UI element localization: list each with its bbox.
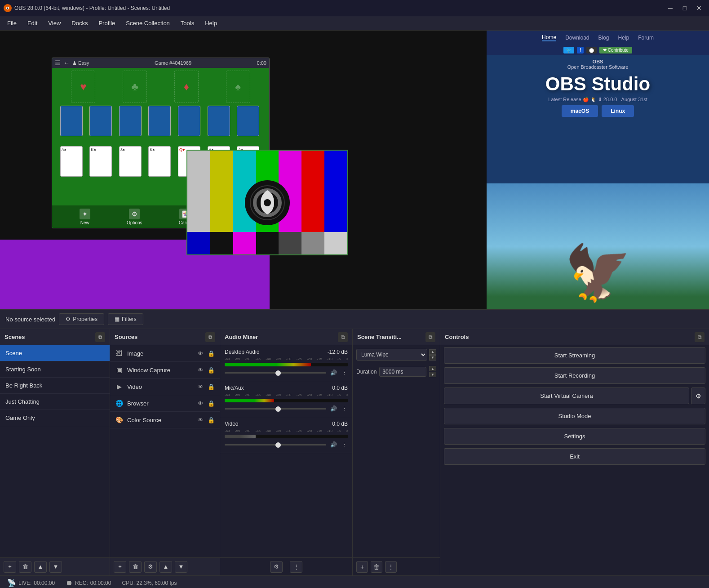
exit-button[interactable]: Exit: [444, 448, 705, 465]
start-recording-button[interactable]: Start Recording: [444, 367, 705, 384]
start-virtual-camera-button[interactable]: Start Virtual Camera: [444, 388, 689, 404]
scene-item-game-only[interactable]: Game Only: [0, 410, 110, 426]
scene-item-be-right-back[interactable]: Be Right Back: [0, 378, 110, 394]
menu-scene-collection[interactable]: Scene Collection: [120, 18, 175, 28]
mic-audio-controls: 🔊 ⋮: [225, 404, 348, 413]
image-eye-btn[interactable]: 👁: [196, 349, 204, 357]
controls-panel: Controls ⧉ Start Streaming Start Recordi…: [440, 329, 709, 575]
obs-download-linux[interactable]: Linux: [602, 105, 634, 117]
menu-tools[interactable]: Tools: [175, 18, 199, 28]
sources-remove-btn[interactable]: 🗑: [129, 561, 142, 573]
virtual-camera-settings-btn[interactable]: ⚙: [691, 388, 705, 404]
sol-new-btn[interactable]: ✦ New: [80, 209, 90, 225]
audio-settings-btn[interactable]: ⚙: [270, 561, 283, 573]
color-source-lock-btn[interactable]: 🔒: [207, 416, 215, 424]
sources-settings-btn[interactable]: ⚙: [144, 561, 157, 573]
preview-area: ☰ ← ♟ Easy Game #4041969 0:00 ♥ ♣ ♦ ♠ A♠: [0, 31, 709, 309]
start-streaming-button[interactable]: Start Streaming: [444, 347, 705, 364]
source-item-browser[interactable]: 🌐 Browser 👁 🔒: [110, 395, 220, 412]
sources-move-down-btn[interactable]: ▼: [175, 561, 187, 573]
desktop-audio-mute-btn[interactable]: 🔊: [329, 368, 338, 377]
audio-undock-btn[interactable]: ⧉: [338, 332, 348, 342]
live-status: 📡 LIVE: 00:00:00: [7, 579, 55, 587]
mic-audio-slider[interactable]: [225, 408, 326, 410]
mic-audio-db: 0.0 dB: [332, 385, 348, 391]
obs-nav-download[interactable]: Download: [565, 35, 589, 41]
transition-up-btn[interactable]: ▲: [429, 349, 436, 355]
source-item-color-source[interactable]: 🎨 Color Source 👁 🔒: [110, 412, 220, 428]
transition-select[interactable]: Luma Wipe Cut Fade Fade to Color Swipe S…: [356, 349, 427, 361]
video-audio-slider[interactable]: [225, 444, 326, 445]
minimize-button[interactable]: ─: [664, 2, 677, 14]
menu-file[interactable]: File: [2, 18, 22, 28]
desktop-audio-slider[interactable]: [225, 372, 326, 374]
transition-menu-btn[interactable]: ⋮: [385, 561, 397, 573]
menu-docks[interactable]: Docks: [66, 18, 93, 28]
scenes-undock-btn[interactable]: ⧉: [95, 332, 105, 342]
scenes-remove-btn[interactable]: 🗑: [19, 561, 31, 573]
sources-list: 🖼 Image 👁 🔒 ▣ Window Capture 👁 🔒 ▶ Video: [110, 345, 220, 428]
rec-label: REC:: [75, 580, 88, 586]
scenes-add-btn[interactable]: +: [4, 561, 16, 573]
duration-up-btn[interactable]: ▲: [429, 366, 436, 371]
audio-menu-btn[interactable]: ⋮: [290, 561, 302, 573]
browser-lock-btn[interactable]: 🔒: [207, 399, 215, 407]
maximize-button[interactable]: □: [678, 2, 691, 14]
transition-add-btn[interactable]: +: [356, 561, 368, 573]
sources-undock-btn[interactable]: ⧉: [205, 332, 215, 342]
video-eye-btn[interactable]: 👁: [196, 383, 204, 391]
color-source-eye-btn[interactable]: 👁: [196, 416, 204, 424]
video-audio-menu-btn[interactable]: ⋮: [341, 441, 348, 448]
menu-view[interactable]: View: [43, 18, 66, 28]
transition-select-row: Luma Wipe Cut Fade Fade to Color Swipe S…: [353, 345, 440, 364]
source-item-window-capture[interactable]: ▣ Window Capture 👁 🔒: [110, 362, 220, 379]
cpu-status: CPU: 22.3%, 60.00 fps: [122, 580, 177, 586]
window-capture-eye-btn[interactable]: 👁: [196, 366, 204, 374]
controls-undock-btn[interactable]: ⧉: [695, 332, 705, 342]
sol-options-btn[interactable]: ⚙ Options: [127, 209, 142, 225]
transitions-undock-btn[interactable]: ⧉: [425, 332, 435, 342]
sources-move-up-btn[interactable]: ▲: [160, 561, 172, 573]
bird-area: 🦅: [487, 183, 709, 309]
video-audio-mute-btn[interactable]: 🔊: [329, 440, 338, 449]
color-source-icon: 🎨: [115, 415, 124, 424]
transition-remove-btn[interactable]: 🗑: [371, 561, 382, 573]
close-button[interactable]: ✕: [693, 2, 705, 14]
desktop-audio-controls: 🔊 ⋮: [225, 368, 348, 377]
obs-download-macos[interactable]: macOS: [562, 105, 598, 117]
scenes-move-up-btn[interactable]: ▲: [34, 561, 47, 573]
desktop-audio-menu-btn[interactable]: ⋮: [341, 369, 348, 376]
duration-down-btn[interactable]: ▼: [429, 372, 436, 377]
mic-audio-mute-btn[interactable]: 🔊: [329, 404, 338, 413]
obs-nav-home[interactable]: Home: [542, 34, 556, 41]
studio-mode-button[interactable]: Studio Mode: [444, 408, 705, 424]
menu-help[interactable]: Help: [199, 18, 222, 28]
scene-item-scene[interactable]: Scene: [0, 345, 110, 361]
mic-audio-menu-btn[interactable]: ⋮: [341, 405, 348, 412]
source-item-video[interactable]: ▶ Video 👁 🔒: [110, 379, 220, 395]
source-item-image[interactable]: 🖼 Image 👁 🔒: [110, 345, 220, 362]
menu-profile[interactable]: Profile: [93, 18, 120, 28]
menu-edit[interactable]: Edit: [22, 18, 43, 28]
settings-button[interactable]: Settings: [444, 428, 705, 445]
scenes-move-down-btn[interactable]: ▼: [49, 561, 62, 573]
obs-download-buttons: macOS Linux: [487, 105, 709, 117]
transition-down-btn[interactable]: ▼: [429, 355, 436, 361]
window-capture-lock-btn[interactable]: 🔒: [207, 366, 215, 374]
scene-item-starting-soon[interactable]: Starting Soon: [0, 361, 110, 378]
filters-button[interactable]: ▦ Filters: [108, 313, 143, 325]
obs-release-info: Latest Release 🍎 🐧 ⬇ 28.0.0 - August 31s…: [487, 97, 709, 102]
scene-item-just-chatting[interactable]: Just Chatting: [0, 394, 110, 410]
live-label: LIVE:: [18, 580, 31, 586]
obs-nav-forum[interactable]: Forum: [638, 35, 654, 41]
obs-nav-blog[interactable]: Blog: [598, 35, 609, 41]
rec-time: 00:00:00: [90, 580, 111, 586]
properties-button[interactable]: ⚙ Properties: [59, 313, 104, 325]
image-lock-btn[interactable]: 🔒: [207, 349, 215, 357]
sources-add-btn[interactable]: +: [114, 561, 126, 573]
scenes-list: Scene Starting Soon Be Right Back Just C…: [0, 345, 110, 426]
obs-logo-area: OBS Studio: [487, 73, 709, 95]
browser-eye-btn[interactable]: 👁: [196, 399, 204, 407]
video-lock-btn[interactable]: 🔒: [207, 383, 215, 391]
obs-nav-help[interactable]: Help: [618, 35, 629, 41]
